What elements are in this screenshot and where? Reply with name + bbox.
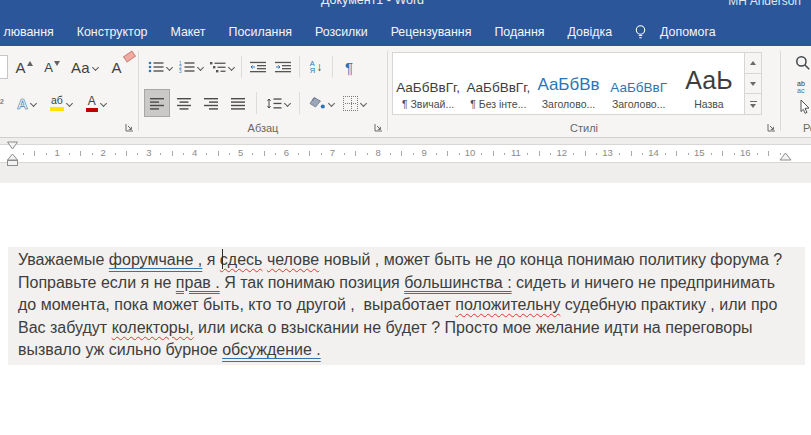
- decrease-indent-button[interactable]: [246, 54, 270, 80]
- change-case-button[interactable]: Аа: [68, 54, 101, 80]
- document-line-1[interactable]: Уважаемые форумчане , я сдесь челове нов…: [18, 249, 805, 272]
- grow-font-button[interactable]: А: [12, 54, 36, 80]
- chevron-down-icon: [328, 99, 335, 106]
- styles-gallery: АаБбВвГг,¶ Звичай...АаБбВвГг,¶ Без інте.…: [392, 52, 762, 115]
- spelling-error: колекторы,: [112, 319, 194, 336]
- ruler-tick: [631, 151, 632, 156]
- align-center-button[interactable]: [172, 90, 196, 116]
- ruler-dot: [367, 153, 368, 155]
- style-item-3[interactable]: АаБбВвГЗаголово...: [604, 53, 674, 114]
- ribbon-tab-0[interactable]: лювання: [0, 19, 65, 46]
- ruler-tick: [218, 151, 219, 156]
- account-name[interactable]: MH Anderson: [728, 0, 801, 8]
- ruler-dot: [527, 153, 528, 155]
- styles-dialog-launcher[interactable]: [766, 122, 777, 133]
- align-right-button[interactable]: [199, 90, 223, 116]
- chevron-down-icon: [166, 63, 173, 70]
- numbered-list-button[interactable]: 1 2 3: [176, 54, 206, 80]
- gallery-scroll-up-button[interactable]: [745, 53, 761, 74]
- chevron-down-icon: [66, 99, 73, 106]
- text-highlight-button[interactable]: аб: [47, 90, 75, 116]
- shrink-font-button[interactable]: А: [40, 54, 64, 80]
- ribbon-group-paragraph: 1 2 3: [139, 46, 387, 137]
- style-item-4[interactable]: АаЬНазва: [674, 53, 744, 114]
- document-line-5[interactable]: вызвало уж сильно бурное обсуждение .: [18, 339, 805, 362]
- style-label: Заголово...: [542, 98, 596, 110]
- style-item-1[interactable]: АаБбВвГг,¶ Без інте...: [463, 53, 533, 114]
- line-spacing-button[interactable]: [263, 90, 293, 116]
- ruler-dot: [665, 153, 666, 155]
- ruler-dot: [550, 153, 551, 155]
- style-preview: АаБбВвГ: [610, 80, 667, 95]
- select-button[interactable]: [792, 94, 811, 120]
- font-color-icon: А: [86, 95, 98, 112]
- horizontal-ruler[interactable]: 12345678910111213141516: [0, 144, 811, 163]
- document-line-4[interactable]: Вас забудут колекторы, или иска о взыска…: [18, 317, 805, 340]
- ribbon-tab-6[interactable]: Подання: [483, 19, 556, 46]
- highlighter-icon: аб: [50, 95, 64, 111]
- style-item-0[interactable]: АаБбВвГг,¶ Звичай...: [393, 53, 463, 114]
- document-line-2[interactable]: Поправьте если я не прав . Я так понимаю…: [18, 272, 805, 295]
- ruler-number: 16: [740, 147, 751, 158]
- ruler-number: 6: [284, 147, 289, 158]
- clear-formatting-button[interactable]: А: [105, 54, 129, 80]
- ruler-number: 9: [421, 147, 426, 158]
- ruler-number: 14: [648, 147, 659, 158]
- ribbon-tab-2[interactable]: Макет: [159, 19, 217, 46]
- style-preview: АаЬ: [685, 66, 732, 95]
- ruler-number: 8: [376, 147, 381, 158]
- shrink-font-icon: [54, 61, 60, 66]
- ruler-tick: [447, 151, 448, 156]
- bullet-list-button[interactable]: [145, 54, 175, 80]
- ribbon-tab-4[interactable]: Розсилки: [303, 19, 379, 46]
- style-item-2[interactable]: АаБбВвЗаголово...: [533, 53, 603, 114]
- paragraph-text[interactable]: Уважаемые форумчане , я сдесь челове нов…: [8, 247, 805, 365]
- ruler-dot: [504, 153, 505, 155]
- ruler-tick: [172, 151, 173, 156]
- ruler-dot: [344, 153, 345, 155]
- ribbon: А А Аа А ² А аб: [0, 46, 811, 138]
- superscript-button-partial[interactable]: ²: [0, 97, 6, 109]
- find-button[interactable]: [791, 50, 811, 76]
- shading-button[interactable]: [306, 90, 337, 116]
- align-left-button[interactable]: [145, 90, 169, 116]
- right-indent-marker[interactable]: [779, 152, 792, 161]
- increase-indent-button[interactable]: [271, 54, 295, 80]
- font-color-button[interactable]: А: [83, 90, 109, 116]
- borders-button[interactable]: [340, 90, 369, 116]
- font-dialog-launcher[interactable]: [124, 122, 135, 133]
- ruler-dot: [321, 153, 322, 155]
- style-label: ¶ Без інте...: [470, 98, 526, 110]
- spelling-error: челове: [267, 251, 319, 268]
- text-effects-button[interactable]: А: [14, 90, 39, 116]
- ribbon-tab-3[interactable]: Посилання: [217, 19, 303, 46]
- gallery-scroll-down-button[interactable]: [745, 74, 761, 95]
- borders-icon: [343, 96, 358, 111]
- line-spacing-icon: [266, 97, 282, 110]
- ruler-dot: [688, 153, 689, 155]
- show-formatting-marks-button[interactable]: ¶: [337, 54, 361, 80]
- multilevel-list-button[interactable]: [207, 54, 237, 80]
- paragraph-dialog-launcher[interactable]: [373, 122, 384, 133]
- cursor-arrow-icon: [798, 99, 811, 115]
- document-line-3[interactable]: до момента, пока может быть, кто то друг…: [18, 294, 805, 317]
- ribbon-tab-8[interactable]: Допомога: [649, 19, 728, 46]
- ruler-dot: [459, 153, 460, 155]
- ribbon-tab-7[interactable]: Довідка: [556, 19, 624, 46]
- chevron-down-icon: [360, 99, 367, 106]
- ruler-dot: [275, 153, 276, 155]
- ribbon-tab-1[interactable]: Конструктор: [65, 19, 159, 46]
- ruler-tick: [585, 151, 586, 156]
- left-indent-markers[interactable]: [6, 141, 19, 168]
- gallery-more-button[interactable]: [745, 94, 761, 114]
- ribbon-group-font: А А Аа А ² А аб: [0, 46, 138, 137]
- justify-button[interactable]: [226, 90, 250, 116]
- ruler-dot: [137, 153, 138, 155]
- ruler-tick: [126, 151, 127, 156]
- font-size-box-partial[interactable]: [0, 55, 8, 79]
- style-label: Заголово...: [612, 98, 666, 110]
- ruler-dot: [69, 153, 70, 155]
- ribbon-tab-5[interactable]: Рецензування: [379, 19, 483, 46]
- sort-button[interactable]: АЯ ↓: [304, 54, 328, 80]
- document-page[interactable]: Уважаемые форумчане , я сдесь челове нов…: [0, 183, 811, 435]
